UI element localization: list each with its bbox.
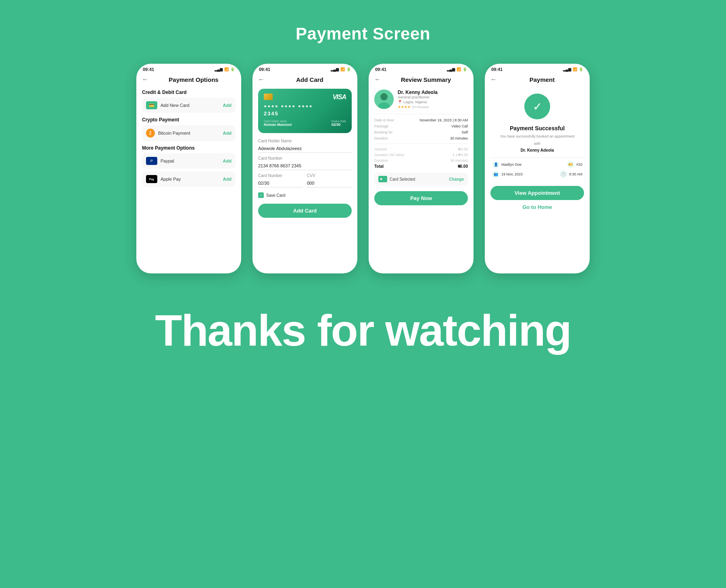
doctor-name: Dr. Kenny Adeola [398, 90, 468, 95]
appt-time: 8:30 AM [569, 172, 582, 176]
pay-now-button[interactable]: Pay Now [374, 191, 468, 205]
nav-bar-3: ← Review Summary [369, 73, 474, 85]
applepay-add-btn[interactable]: Add [223, 177, 232, 181]
back-button-2[interactable]: ← [258, 76, 265, 83]
rating-stars: ★★★★ [398, 105, 411, 109]
phone-add-card: 09:41 ▂▄▆ 📶 🔋 ← Add Card ●●●● ●●●● ●●●● … [252, 64, 357, 273]
status-icons-1: ▂▄▆ 📶 🔋 [215, 67, 235, 71]
wifi-icon-4: 📶 [573, 67, 577, 71]
date-row: Date & Hour November 19, 2023 | 8:30 AM [374, 118, 468, 122]
go-home-button[interactable]: Go to Home [490, 200, 584, 214]
expiry-label-card: Expiry Date [332, 120, 346, 123]
change-card-btn[interactable]: Change [449, 177, 464, 181]
bitcoin-row[interactable]: ₿ Bitcoin Payment Add [142, 125, 236, 141]
success-desc1: You have successfully booked an appointm… [490, 134, 584, 140]
phones-container: 09:41 ▂▄▆ 📶 🔋 ← Payment Options Credit &… [136, 64, 590, 273]
success-doctor: Dr. Kenny Adeola [490, 148, 584, 152]
thanks-text: Thanks for watching [155, 306, 571, 354]
doctor-info: Dr. Kenny Adeola General practitioner 📍 … [398, 90, 468, 109]
ticket-info: 🎫 #20 [567, 161, 582, 168]
bitcoin-add-btn[interactable]: Add [223, 131, 232, 136]
cvv-input[interactable] [307, 179, 352, 188]
ticket-number: #20 [576, 163, 582, 167]
doctor-spec: General practitioner [398, 95, 468, 99]
battery-icon-4: 🔋 [579, 67, 583, 71]
credit-card-row[interactable]: 💳 Add New Card Add [142, 98, 236, 113]
status-icons-2: ▂▄▆ 📶 🔋 [331, 67, 351, 71]
status-bar-4: 09:41 ▂▄▆ 📶 🔋 [485, 64, 590, 73]
section-crypto-label: Crypto Payment [142, 117, 236, 123]
card-number-input[interactable] [258, 162, 352, 170]
cvv-label: CVV [307, 173, 352, 178]
booking-row: Booking for Self [374, 130, 468, 134]
back-button-3[interactable]: ← [374, 76, 381, 83]
duration-row: Duration 30 minutes [374, 136, 468, 140]
success-circle: ✓ [524, 94, 550, 119]
signal-icon-3: ▂▄▆ [447, 67, 455, 71]
paypal-icon: P [146, 157, 157, 165]
card-holder-label-card: Card Holder name [264, 120, 292, 123]
signal-icon-2: ▂▄▆ [331, 67, 339, 71]
expiry-input[interactable] [258, 179, 303, 188]
credit-card-add-btn[interactable]: Add [223, 103, 232, 108]
date-icon: 👥 [492, 171, 499, 178]
thanks-section: Thanks for watching [155, 306, 571, 354]
appt-info-row1: 👤 Madilyn Doe 🎫 #20 [490, 161, 584, 168]
save-card-row[interactable]: ✓ Save Card [258, 192, 352, 198]
card-dots: ●●●● ●●●● ●●●● [264, 103, 346, 109]
credit-card-icon: 💳 [146, 101, 157, 109]
card-selected-icon [378, 176, 387, 182]
card-number-label: Card Number [258, 156, 352, 161]
save-card-label: Save Card [266, 193, 285, 198]
patient-info: 👤 Madilyn Doe [492, 161, 522, 168]
battery-icon-3: 🔋 [463, 67, 467, 71]
review-count: 52 Reviews [412, 105, 429, 109]
duration30-row: Duration (30 mins) 1 x ₦0.00 [374, 153, 468, 157]
holder-name-label: Card Holder Name [258, 139, 352, 143]
doctor-location: 📍 Lagos, Nigeria [398, 100, 468, 104]
svg-point-1 [380, 93, 388, 100]
patient-name: Madilyn Doe [501, 163, 522, 167]
section-more-label: More Payment Options [142, 145, 236, 151]
nav-bar-2: ← Add Card [252, 73, 357, 85]
location-icon: 📍 [398, 100, 402, 104]
status-time-2: 09:41 [259, 67, 270, 72]
time-info: 🕐 8:30 AM [560, 171, 582, 178]
paypal-label: Paypal [161, 158, 223, 163]
add-card-button[interactable]: Add Card [258, 204, 352, 218]
paypal-add-btn[interactable]: Add [223, 158, 232, 163]
nav-bar-4: ← Payment [485, 73, 590, 85]
status-bar-3: 09:41 ▂▄▆ 📶 🔋 [369, 64, 474, 73]
back-button-4[interactable]: ← [490, 76, 497, 83]
signal-icon-4: ▂▄▆ [563, 67, 571, 71]
card-chip [264, 94, 273, 100]
wifi-icon: 📶 [224, 67, 229, 71]
total-row: Total ₦0.00 [374, 164, 468, 169]
back-button-1[interactable]: ← [142, 76, 148, 83]
summary-divider [374, 144, 468, 144]
nav-title-2: Add Card [268, 76, 352, 83]
holder-name-input[interactable] [258, 144, 352, 153]
doctor-card: Dr. Kenny Adeola General practitioner 📍 … [374, 85, 468, 114]
status-time-3: 09:41 [375, 67, 386, 72]
visa-logo: VISA [333, 94, 346, 101]
status-bar-2: 09:41 ▂▄▆ 📶 🔋 [252, 64, 357, 73]
date-info: 👥 19 Nov, 2023 [492, 171, 523, 178]
phone1-body: Credit & Debit Card 💳 Add New Card Add C… [136, 90, 241, 196]
card-selected-row: Card Selected Change [374, 173, 468, 186]
paypal-row[interactable]: P Paypal Add [142, 153, 236, 169]
appt-info-row2: 👥 19 Nov, 2023 🕐 8:30 AM [490, 171, 584, 178]
view-appointment-button[interactable]: View Appointment [490, 186, 584, 200]
nav-bar-1: ← Payment Options [136, 73, 241, 85]
save-card-checkbox[interactable]: ✓ [258, 192, 264, 198]
appt-date: 19 Nov, 2023 [501, 172, 523, 176]
credit-card-visual: ●●●● ●●●● ●●●● 2345 Card Holder name Nom… [258, 89, 352, 133]
duration30b-row: Duration 30 minutes [374, 158, 468, 163]
status-icons-3: ▂▄▆ 📶 🔋 [447, 67, 467, 71]
applepay-row[interactable]: Pay Apple Pay Add [142, 171, 236, 187]
bitcoin-label: Bitcoin Payment [158, 131, 223, 136]
phone-payment-options: 09:41 ▂▄▆ 📶 🔋 ← Payment Options Credit &… [136, 64, 241, 273]
page-title: Payment Screen [296, 24, 430, 44]
battery-icon: 🔋 [230, 67, 235, 71]
bitcoin-icon: ₿ [146, 129, 155, 138]
